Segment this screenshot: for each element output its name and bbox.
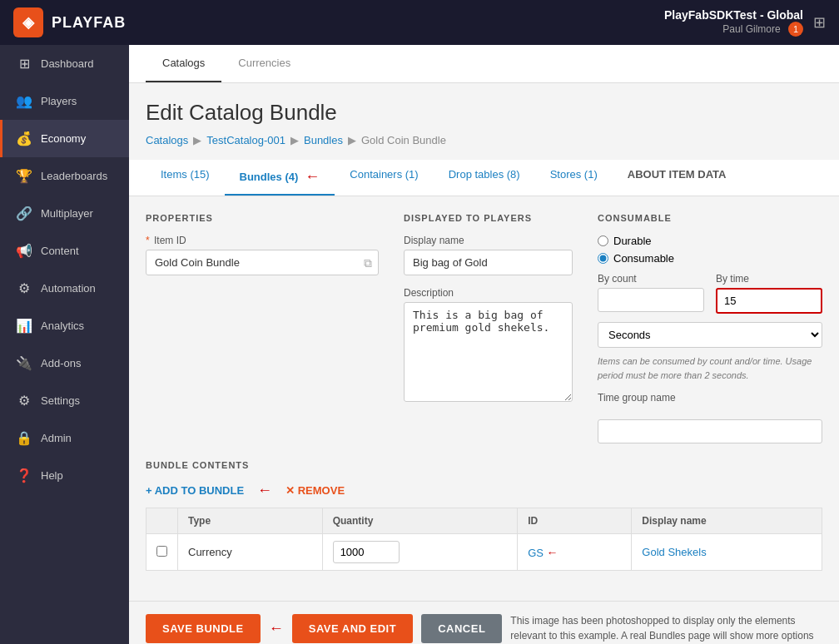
bundles-arrow: ← <box>305 168 320 186</box>
row-id-link[interactable]: GS ← <box>528 547 558 559</box>
sidebar-item-leaderboards[interactable]: 🏆 Leaderboards <box>0 157 129 195</box>
item-id-label: * Item ID <box>146 235 379 246</box>
tab-catalogs[interactable]: Catalogs <box>146 45 221 82</box>
row-checkbox-cell <box>146 534 178 571</box>
help-icon: ❓ <box>16 468 32 483</box>
consumable-section-label: CONSUMABLE <box>598 213 822 223</box>
time-group-input[interactable] <box>598 419 822 443</box>
remove-link[interactable]: ✕ REMOVE <box>285 484 345 497</box>
row-type: Currency <box>178 534 323 571</box>
bundle-header: + ADD TO BUNDLE ← ✕ REMOVE <box>146 482 822 499</box>
breadcrumb-catalogs[interactable]: Catalogs <box>146 134 188 146</box>
header-title: PlayFabSDKTest - Global Paul Gilmore 1 <box>664 8 803 37</box>
save-and-edit-button[interactable]: SAVE AND EDIT <box>292 614 413 643</box>
sub-tab-drop-tables[interactable]: Drop tables (8) <box>434 160 535 196</box>
consumable-column: CONSUMABLE Durable Consumable <box>598 213 822 443</box>
display-name-input[interactable] <box>404 250 573 275</box>
item-id-field: * Item ID ⧉ <box>146 235 379 275</box>
sidebar-item-settings[interactable]: ⚙ Settings <box>0 382 129 419</box>
time-unit-select[interactable]: Seconds Minutes Hours Days <box>598 322 822 348</box>
cancel-button[interactable]: CANCEL <box>421 614 502 643</box>
sidebar-label-addons: Add-ons <box>41 357 81 369</box>
item-id-input-wrapper: ⧉ <box>146 250 379 275</box>
description-field: Description This is a big bag of premium… <box>404 287 573 404</box>
sub-tab-containers[interactable]: Containers (1) <box>335 160 433 196</box>
consumable-radio[interactable] <box>598 253 608 264</box>
action-note: This image has been photoshopped to disp… <box>510 613 822 643</box>
page-title: Edit Catalog Bundle <box>146 100 822 126</box>
content-area: Catalogs Currencies Edit Catalog Bundle … <box>129 45 839 644</box>
sub-tab-items[interactable]: Items (15) <box>146 160 225 196</box>
sidebar-item-economy[interactable]: 💰 Economy <box>0 120 129 157</box>
sidebar-item-automation[interactable]: ⚙ Automation <box>0 270 129 307</box>
sidebar-label-analytics: Analytics <box>41 320 84 332</box>
col-checkbox <box>146 508 178 534</box>
page-content: Edit Catalog Bundle Catalogs ▶ TestCatal… <box>129 83 839 601</box>
breadcrumb-catalog-name[interactable]: TestCatalog-001 <box>206 134 285 146</box>
add-to-bundle-link[interactable]: + ADD TO BUNDLE <box>146 484 244 497</box>
sub-tab-bundles[interactable]: Bundles (4) ← <box>225 160 335 196</box>
durable-radio[interactable] <box>598 235 608 246</box>
consumable-option: Consumable <box>598 252 822 265</box>
sidebar-label-admin: Admin <box>41 432 72 444</box>
tab-currencies[interactable]: Currencies <box>221 45 307 82</box>
sidebar-item-admin[interactable]: 🔒 Admin <box>0 419 129 457</box>
sidebar-item-content[interactable]: 📢 Content <box>0 232 129 270</box>
bundle-section-label: BUNDLE CONTENTS <box>146 460 822 470</box>
sub-tab-stores[interactable]: Stores (1) <box>535 160 613 196</box>
sidebar-item-players[interactable]: 👥 Players <box>0 82 129 120</box>
sidebar-label-help: Help <box>41 469 63 482</box>
row-display-name-link[interactable]: Gold Shekels <box>642 546 706 558</box>
by-count-input[interactable] <box>598 288 704 312</box>
sidebar-item-dashboard[interactable]: ⊞ Dashboard <box>0 45 129 82</box>
logo-icon: ◈ <box>13 7 43 37</box>
sidebar-label-dashboard: Dashboard <box>41 57 94 70</box>
by-time-col: By time <box>716 273 822 314</box>
sidebar-item-help[interactable]: ❓ Help <box>0 457 129 494</box>
multiplayer-icon: 🔗 <box>16 206 32 221</box>
user-name: Paul Gilmore 1 <box>664 22 803 37</box>
sidebar-item-analytics[interactable]: 📊 Analytics <box>0 307 129 344</box>
row-quantity <box>322 534 518 571</box>
sidebar-label-content: Content <box>41 245 79 257</box>
action-bar: SAVE BUNDLE ← SAVE AND EDIT CANCEL This … <box>129 601 839 644</box>
grid-icon[interactable]: ⊞ <box>813 13 826 32</box>
dashboard-icon: ⊞ <box>16 56 32 72</box>
sidebar-label-settings: Settings <box>41 394 80 407</box>
durable-label: Durable <box>613 235 652 247</box>
by-count-label: By count <box>598 273 704 285</box>
quantity-input[interactable] <box>333 541 400 563</box>
sub-tab-about[interactable]: ABOUT ITEM DATA <box>613 160 742 196</box>
sidebar-label-leaderboards: Leaderboards <box>41 170 107 182</box>
description-label: Description <box>404 287 573 299</box>
sidebar-item-addons[interactable]: 🔌 Add-ons <box>0 344 129 382</box>
sidebar: ⊞ Dashboard 👥 Players 💰 Economy 🏆 Leader… <box>0 45 129 644</box>
notification-badge: 1 <box>788 22 803 37</box>
col-quantity: Quantity <box>322 508 518 534</box>
displayed-section-label: DISPLAYED TO PLAYERS <box>404 213 573 223</box>
sidebar-label-economy: Economy <box>41 132 86 145</box>
app-name: PlayFabSDKTest - Global <box>664 8 803 22</box>
breadcrumb-bundles[interactable]: Bundles <box>304 134 343 146</box>
leaderboards-icon: 🏆 <box>16 168 32 184</box>
displayed-column: DISPLAYED TO PLAYERS Display name Descri… <box>404 213 573 443</box>
save-bundle-button[interactable]: SAVE BUNDLE <box>146 614 261 643</box>
automation-icon: ⚙ <box>16 280 32 296</box>
by-time-input[interactable] <box>716 288 822 314</box>
display-name-field: Display name <box>404 235 573 275</box>
row-id: GS ← <box>518 534 632 571</box>
sub-tabs: Items (15) Bundles (4) ← Containers (1) … <box>129 160 839 196</box>
col-id: ID <box>518 508 632 534</box>
description-input[interactable]: This is a big bag of premium gold shekel… <box>404 302 573 402</box>
save-arrow: ← <box>269 620 284 637</box>
economy-icon: 💰 <box>16 131 32 146</box>
time-group-label: Time group name <box>598 392 822 404</box>
addons-icon: 🔌 <box>16 355 32 371</box>
top-tab-bar: Catalogs Currencies <box>129 45 839 83</box>
item-id-input[interactable] <box>146 250 379 275</box>
bundle-contents-section: BUNDLE CONTENTS + ADD TO BUNDLE ← ✕ REMO… <box>146 460 822 571</box>
top-header: ◈ PLAYFAB PlayFabSDKTest - Global Paul G… <box>0 0 839 45</box>
consumable-label: Consumable <box>613 252 674 265</box>
sidebar-item-multiplayer[interactable]: 🔗 Multiplayer <box>0 195 129 232</box>
row-checkbox[interactable] <box>156 546 167 557</box>
